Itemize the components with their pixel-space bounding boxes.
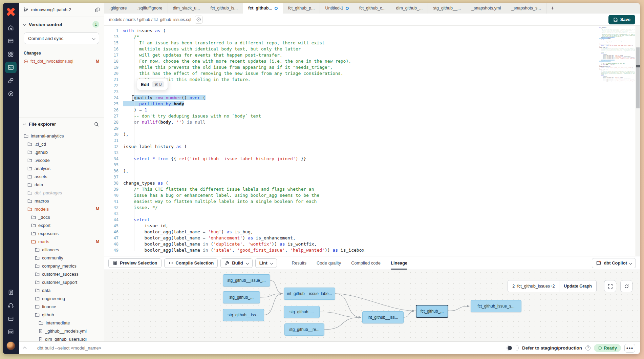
lineage-node[interactable]: stg_github_... — [284, 306, 320, 318]
file-tree-folder[interactable]: customer_success — [19, 270, 104, 278]
lineage-selector-input[interactable]: 2+fct_github_issues+2 — [508, 280, 559, 292]
branch-selector[interactable]: mirnawong1-patch-2 — [19, 3, 104, 17]
version-control-section: Version control 1 Commit and sync Change… — [19, 17, 104, 118]
panel-tab-results[interactable]: Results — [292, 256, 306, 270]
file-tree-folder[interactable]: dbt_packages — [19, 189, 104, 197]
file-tree-folder[interactable]: .ci_cd — [19, 140, 104, 148]
edit-popup-label[interactable]: Edit — [141, 82, 149, 87]
editor-scrollbar[interactable] — [636, 26, 640, 256]
file-tree-file[interactable]: dim_github_users.sql — [19, 335, 104, 341]
line-number: 49 — [104, 247, 123, 253]
file-tree-folder[interactable]: analysis — [19, 164, 104, 172]
lineage-node[interactable]: fct_github_... — [416, 305, 448, 318]
file-tree-folder[interactable]: finance — [19, 302, 104, 311]
editor-tab[interactable]: dim_slack_u... — [168, 3, 206, 14]
panel-tab-code-quality[interactable]: Code quality — [317, 256, 341, 270]
file-tree-folder[interactable]: exposures — [19, 229, 104, 237]
fullscreen-button[interactable] — [604, 280, 616, 292]
scrollbar-thumb[interactable] — [636, 47, 640, 108]
panel-tab-lineage[interactable]: Lineage — [391, 256, 407, 270]
lineage-node[interactable]: stg_github__re... — [284, 323, 324, 336]
command-input[interactable]: dbt build --select <model_name> — [37, 345, 507, 351]
code-line: 39 /* This CTE flattens the different is… — [104, 186, 640, 192]
file-tree-folder[interactable]: martsM — [19, 237, 104, 246]
file-tree-folder[interactable]: .vscode — [19, 156, 104, 164]
file-tree-folder[interactable]: customer_support — [19, 278, 104, 286]
code-editor[interactable]: 1with issues as (13 /*15 If an issue has… — [104, 26, 640, 256]
file-tree-folder[interactable]: alliances — [19, 246, 104, 254]
editor-tab[interactable]: fct_github_p... — [283, 3, 320, 14]
compile-selection-button[interactable]: Compile Selection — [164, 258, 218, 268]
file-tree-folder[interactable]: engineering — [19, 294, 104, 302]
panel-tab-compiled-code[interactable]: Compiled code — [351, 256, 381, 270]
editor-tab[interactable]: stg_github__... — [428, 3, 466, 14]
deploy-icon[interactable] — [5, 35, 17, 47]
line-number: 39 — [104, 186, 123, 192]
explore-icon[interactable] — [5, 88, 17, 100]
editor-tab[interactable]: fct_github_is... — [205, 3, 243, 14]
line-number: 19 — [104, 64, 123, 70]
user-avatar[interactable] — [6, 341, 15, 350]
dbt-copilot-button[interactable]: dbt Copilot — [592, 258, 636, 268]
file-tree-folder[interactable]: intermediate — [19, 319, 104, 327]
lineage-node[interactable]: int_github__iss... — [362, 311, 404, 323]
more-options-button[interactable]: ●●● — [624, 344, 635, 353]
editor-tab[interactable]: _snapshots_s... — [506, 3, 546, 14]
editor-tab[interactable]: .sqlfluffignore — [132, 3, 168, 14]
docs-icon[interactable] — [5, 313, 17, 324]
notebook-icon[interactable] — [5, 287, 17, 298]
support-icon[interactable] — [5, 300, 17, 311]
develop-ide-icon[interactable] — [5, 62, 17, 73]
editor-tab[interactable]: .gitignore — [104, 3, 132, 14]
file-tree-folder[interactable]: export — [19, 221, 104, 229]
lint-button[interactable]: Lint — [255, 258, 277, 268]
copy-icon[interactable] — [95, 7, 100, 13]
editor-tab[interactable]: dim_github_... — [391, 3, 428, 14]
edit-popup[interactable]: Edit ⌘ B — [137, 79, 168, 90]
editor-tab[interactable]: fct_github... — [243, 3, 283, 14]
editor-tab[interactable]: Untitled-1 — [320, 3, 354, 14]
file-tree-folder[interactable]: .github — [19, 148, 104, 156]
file-tree-folder[interactable]: company_metrics — [19, 262, 104, 270]
apps-grid-icon[interactable] — [5, 48, 17, 60]
refresh-graph-button[interactable] — [620, 280, 632, 292]
lineage-node[interactable]: int_github__issue_labe... — [284, 288, 335, 300]
version-control-header[interactable]: Version control 1 — [24, 21, 99, 28]
new-tab-button[interactable]: + — [546, 3, 559, 14]
defer-toggle[interactable] — [507, 345, 519, 351]
file-tree-folder[interactable]: macros — [19, 197, 104, 205]
lineage-node[interactable]: stg_github__iss... — [223, 309, 264, 321]
search-icon[interactable] — [94, 122, 99, 127]
file-tree-folder[interactable]: _docs — [19, 213, 104, 221]
lineage-node[interactable]: stg_github__issue_... — [223, 274, 270, 287]
orchestrate-icon[interactable] — [5, 75, 17, 86]
file-explorer-header[interactable]: File explorer — [19, 118, 104, 130]
file-tree-folder[interactable]: assets — [19, 172, 104, 181]
update-graph-button[interactable]: Update Graph — [559, 280, 596, 292]
terminal-icon[interactable] — [5, 326, 17, 338]
file-tree-folder[interactable]: internal-analytics — [19, 132, 104, 140]
lineage-node[interactable]: fct_github_issue_s... — [471, 300, 521, 312]
collapse-panel-button[interactable] — [19, 342, 31, 354]
save-button[interactable]: Save — [608, 15, 635, 24]
line-number: 41 — [104, 198, 123, 205]
line-number: 21 — [104, 77, 123, 83]
file-tree-folder[interactable]: modelsM — [19, 205, 104, 213]
help-icon[interactable]: ? — [585, 345, 591, 351]
file-tree-file[interactable]: _github__models.yml — [19, 327, 104, 335]
file-tree-folder[interactable]: data — [19, 286, 104, 294]
fullscreen-icon — [608, 284, 613, 289]
code-line: 16 multiple issues with identical body t… — [104, 46, 640, 52]
file-tree-folder[interactable]: community — [19, 254, 104, 262]
file-tree-folder[interactable]: data — [19, 181, 104, 189]
commit-and-sync-button[interactable]: Commit and sync — [24, 33, 99, 44]
open-docs-button[interactable] — [195, 16, 203, 24]
build-button[interactable]: Build — [220, 258, 253, 268]
lineage-node[interactable]: stg_github_... — [223, 291, 260, 303]
changed-file-row[interactable]: fct_dbt_invocations.sqlM — [24, 59, 99, 64]
home-icon[interactable] — [5, 22, 17, 34]
editor-tab[interactable]: _snapshots.yml — [466, 3, 506, 14]
file-tree-folder[interactable]: github — [19, 311, 104, 319]
editor-tab[interactable]: fct_github_c... — [354, 3, 391, 14]
preview-selection-button[interactable]: Preview Selection — [108, 258, 162, 268]
